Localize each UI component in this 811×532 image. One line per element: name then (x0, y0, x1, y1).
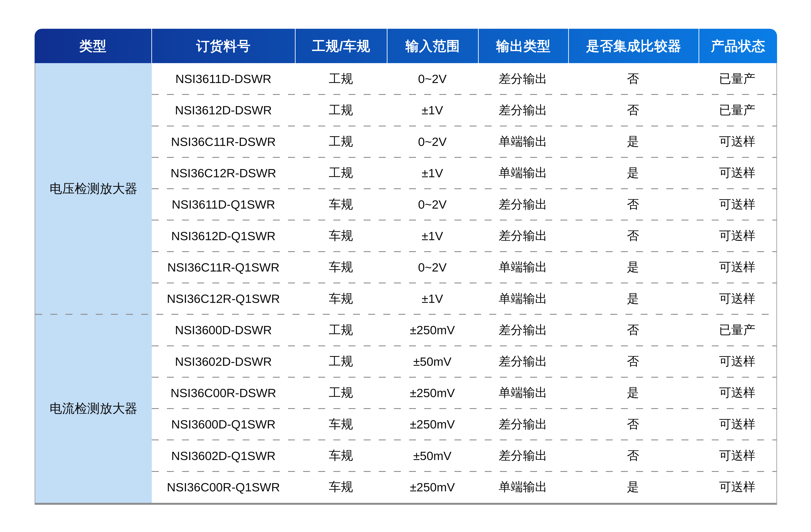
grade-cell: 工规 (295, 126, 387, 157)
part-number-cell: NSI36C11R-DSWR (152, 126, 295, 157)
input-range-cell: 0~2V (387, 126, 478, 157)
table-row: NSI36C00R-DSWR工规±250mV单端输出是可送样 (152, 377, 776, 409)
input-range-cell: ±250mV (387, 377, 478, 409)
column-header-status: 产品状态 (699, 29, 777, 63)
status-cell: 可送样 (698, 377, 776, 409)
status-cell: 可送样 (698, 471, 776, 503)
column-header-input-range: 输入范围 (387, 29, 478, 63)
status-cell: 可送样 (698, 409, 776, 440)
grade-cell: 工规 (295, 377, 387, 409)
grade-cell: 车规 (295, 283, 387, 314)
table-row: NSI3602D-DSWR工规±50mV差分输出否可送样 (152, 346, 776, 377)
table-row: NSI36C00R-Q1SWR车规±250mV单端输出是可送样 (152, 471, 776, 503)
status-cell: 已量产 (698, 314, 776, 346)
comparator-cell: 否 (568, 220, 698, 252)
input-range-cell: ±50mV (387, 440, 478, 471)
comparator-cell: 是 (568, 126, 698, 157)
table-row: NSI3612D-DSWR工规±1V差分输出否已量产 (152, 94, 776, 126)
table-row: NSI36C11R-Q1SWR车规0~2V单端输出是可送样 (152, 252, 776, 283)
grade-cell: 车规 (295, 220, 387, 252)
input-range-cell: ±50mV (387, 346, 478, 377)
output-type-cell: 差分输出 (478, 220, 568, 252)
output-type-cell: 单端输出 (478, 157, 568, 189)
status-cell: 可送样 (698, 189, 776, 220)
column-header-comparator: 是否集成比较器 (568, 29, 699, 63)
comparator-cell: 否 (568, 440, 698, 471)
comparator-cell: 否 (568, 314, 698, 346)
grade-cell: 工规 (295, 157, 387, 189)
input-range-cell: ±1V (387, 283, 478, 314)
comparator-cell: 否 (568, 94, 698, 126)
part-number-cell: NSI3612D-DSWR (152, 94, 295, 126)
grade-cell: 工规 (295, 63, 387, 94)
status-cell: 已量产 (698, 94, 776, 126)
group-rows: NSI3600D-DSWR工规±250mV差分输出否已量产NSI3602D-DS… (152, 314, 776, 503)
status-cell: 已量产 (698, 63, 776, 94)
input-range-cell: ±250mV (387, 409, 478, 440)
table-row: NSI36C11R-DSWR工规0~2V单端输出是可送样 (152, 126, 776, 157)
part-number-cell: NSI3602D-Q1SWR (152, 440, 295, 471)
input-range-cell: ±250mV (387, 471, 478, 503)
output-type-cell: 单端输出 (478, 252, 568, 283)
table-row: NSI36C12R-DSWR工规±1V单端输出是可送样 (152, 157, 776, 189)
table-row: NSI3611D-DSWR工规0~2V差分输出否已量产 (152, 63, 776, 94)
table-row: NSI36C12R-Q1SWR车规±1V单端输出是可送样 (152, 283, 776, 314)
grade-cell: 车规 (295, 189, 387, 220)
input-range-cell: ±250mV (387, 314, 478, 346)
part-number-cell: NSI36C00R-Q1SWR (152, 471, 295, 503)
part-number-cell: NSI3611D-Q1SWR (152, 189, 295, 220)
table-row: NSI3600D-DSWR工规±250mV差分输出否已量产 (152, 314, 776, 346)
status-cell: 可送样 (698, 252, 776, 283)
output-type-cell: 单端输出 (478, 471, 568, 503)
status-cell: 可送样 (698, 126, 776, 157)
comparator-cell: 否 (568, 63, 698, 94)
output-type-cell: 差分输出 (478, 94, 568, 126)
table-header-row: 类型 订货料号 工规/车规 输入范围 输出类型 是否集成比较器 产品状态 (35, 29, 777, 63)
part-number-cell: NSI3602D-DSWR (152, 346, 295, 377)
grade-cell: 工规 (295, 94, 387, 126)
table-row: NSI3600D-Q1SWR车规±250mV差分输出否可送样 (152, 409, 776, 440)
part-number-cell: NSI3612D-Q1SWR (152, 220, 295, 252)
part-number-cell: NSI3600D-Q1SWR (152, 409, 295, 440)
output-type-cell: 差分输出 (478, 346, 568, 377)
grade-cell: 车规 (295, 440, 387, 471)
status-cell: 可送样 (698, 440, 776, 471)
table-row: NSI3602D-Q1SWR车规±50mV差分输出否可送样 (152, 440, 776, 471)
input-range-cell: 0~2V (387, 189, 478, 220)
comparator-cell: 是 (568, 471, 698, 503)
table-row: NSI3612D-Q1SWR车规±1V差分输出否可送样 (152, 220, 776, 252)
part-number-cell: NSI3600D-DSWR (152, 314, 295, 346)
part-number-cell: NSI36C00R-DSWR (152, 377, 295, 409)
column-header-grade: 工规/车规 (295, 29, 387, 63)
output-type-cell: 差分输出 (478, 63, 568, 94)
output-type-cell: 单端输出 (478, 126, 568, 157)
status-cell: 可送样 (698, 220, 776, 252)
part-number-cell: NSI3611D-DSWR (152, 63, 295, 94)
output-type-cell: 差分输出 (478, 314, 568, 346)
part-number-cell: NSI36C12R-Q1SWR (152, 283, 295, 314)
comparator-cell: 是 (568, 283, 698, 314)
category-cell: 电流检测放大器 (35, 314, 152, 503)
column-header-output-type: 输出类型 (478, 29, 568, 63)
input-range-cell: 0~2V (387, 63, 478, 94)
grade-cell: 车规 (295, 471, 387, 503)
grade-cell: 工规 (295, 346, 387, 377)
category-cell: 电压检测放大器 (35, 63, 152, 314)
table-body: 电压检测放大器NSI3611D-DSWR工规0~2V差分输出否已量产NSI361… (35, 63, 777, 505)
status-cell: 可送样 (698, 346, 776, 377)
table-row: NSI3611D-Q1SWR车规0~2V差分输出否可送样 (152, 189, 776, 220)
product-group: 电压检测放大器NSI3611D-DSWR工规0~2V差分输出否已量产NSI361… (35, 63, 776, 314)
column-header-type: 类型 (35, 29, 151, 63)
status-cell: 可送样 (698, 157, 776, 189)
input-range-cell: ±1V (387, 220, 478, 252)
comparator-cell: 是 (568, 377, 698, 409)
comparator-cell: 否 (568, 346, 698, 377)
part-number-cell: NSI36C12R-DSWR (152, 157, 295, 189)
grade-cell: 车规 (295, 252, 387, 283)
grade-cell: 车规 (295, 409, 387, 440)
output-type-cell: 差分输出 (478, 409, 568, 440)
input-range-cell: ±1V (387, 157, 478, 189)
grade-cell: 工规 (295, 314, 387, 346)
group-rows: NSI3611D-DSWR工规0~2V差分输出否已量产NSI3612D-DSWR… (152, 63, 776, 314)
output-type-cell: 单端输出 (478, 283, 568, 314)
